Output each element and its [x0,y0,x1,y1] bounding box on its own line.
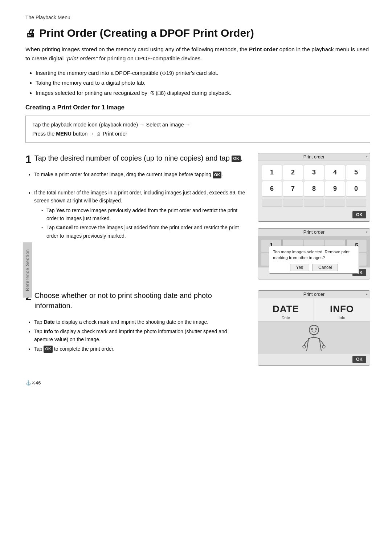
screen-dialog-title-text: Print order [303,230,324,235]
svg-point-1 [311,329,313,330]
num-2[interactable]: 2 [283,165,303,180]
corner-icon-1: ▪ [366,154,368,159]
footer-text: ⚓⚔46 [25,380,41,386]
title-text: Print Order (Creating a DPOF Print Order… [39,27,254,39]
step-2-bullet-1: Tap Date to display a check mark and imp… [34,318,246,326]
sub-bullet-yes: Tap Yes to remove images previously adde… [41,206,246,223]
svg-point-2 [315,329,317,330]
step-1-header: 1 Tap the desired number of copies (up t… [25,153,246,167]
person-illustration [301,323,327,352]
svg-point-0 [309,325,319,335]
date-label-small: Date [262,315,310,320]
step-1-bullet-1: To make a print order for another image,… [34,170,246,178]
screen-numpad: Print order ▪ 1 2 3 4 5 6 7 8 9 0 [258,153,370,222]
num-5[interactable]: 5 [346,165,366,180]
numpad-ok-row: OK [258,210,370,221]
step-1-left: 1 Tap the desired number of copies (up t… [25,153,246,243]
screen-numpad-title: Print order ▪ [258,153,370,161]
bullet-3: Images selected for printing are recogni… [36,88,370,98]
step-1-bullet-2: If the total number of the images in a p… [34,189,246,240]
corner-icon-3: ▪ [366,292,368,296]
empty-cell-4 [325,199,345,207]
num-0[interactable]: 0 [346,181,366,197]
date-info-image [258,322,370,354]
step-2-row: 2 Choose whether or not to print shootin… [25,290,370,366]
date-info-grid: DATE Date INFO Info [258,298,370,322]
instruction-box: Tap the playback mode icon (playback mod… [25,116,370,143]
step-2-left: 2 Choose whether or not to print shootin… [25,290,246,356]
corner-icon-2: ▪ [366,230,368,234]
numpad-empty-row [258,199,370,210]
empty-cell-5 [346,199,366,207]
step-2-right: Print order ▪ DATE Date INFO Info [258,290,370,366]
step-2-header: 2 Choose whether or not to print shootin… [25,290,246,314]
instruction-line2: Press the MENU button → 🖨 Print order [32,131,127,137]
step-2-bullet-3: Tap OK to complete the print order. [34,345,246,353]
page-footer: ⚓⚔46 [25,380,370,386]
num-9[interactable]: 9 [325,181,345,197]
date-ok-row: OK [258,354,370,365]
step-1-bullets: To make a print order for another image,… [34,170,246,178]
num-3[interactable]: 3 [304,165,324,180]
screen-date-info-title-text: Print order [303,292,324,297]
bullet-1: Inserting the memory card into a DPOF-co… [36,68,370,78]
screen-date-info-title: Print order ▪ [258,291,370,298]
info-label-big: INFO [318,303,366,315]
screen-dialog: Print order ▪ 1 5 6 0 [258,228,370,279]
ok-badge-2: OK [213,172,222,179]
screen-dialog-title: Print order ▪ [258,229,370,236]
intro-bullets: Inserting the memory card into a DPOF-co… [36,68,370,98]
step-1-number: 1 [25,153,32,165]
step-1-sub-bullets: Tap Yes to remove images previously adde… [41,206,246,240]
step-2-heading: Choose whether or not to print shooting … [34,290,246,311]
sidebar-label: Reference Section [23,242,32,298]
step-1-bullets-2: If the total number of the images in a p… [34,189,246,240]
printer-icon: 🖨 [25,27,36,39]
info-label-small: Info [318,315,366,320]
info-cell[interactable]: INFO Info [314,298,370,321]
dialog-text: Too many images selected. Remove print m… [273,249,355,261]
empty-cell-2 [283,199,303,207]
step-2-bullets: Tap Date to display a check mark and imp… [34,318,246,353]
screen-ok-button-1[interactable]: OK [352,211,366,218]
num-7[interactable]: 7 [283,181,303,197]
step-1-right: Print order ▪ 1 2 3 4 5 6 7 8 9 0 [258,153,370,279]
step-1-row: 1 Tap the desired number of copies (up t… [25,153,370,279]
screen-ok-button-3[interactable]: OK [352,356,366,363]
ok-badge-1: OK [232,156,241,162]
dialog-yes-button[interactable]: Yes [290,264,310,271]
num-4[interactable]: 4 [325,165,345,180]
main-title: 🖨 Print Order (Creating a DPOF Print Ord… [25,27,370,39]
page-header: The Playback Menu [25,15,370,20]
dialog-cancel-button[interactable]: Cancel [312,264,338,271]
empty-cell-3 [304,199,324,207]
dialog-overlay: Too many images selected. Remove print m… [269,246,359,273]
numpad-grid[interactable]: 1 2 3 4 5 6 7 8 9 0 [258,161,370,199]
date-label-big: DATE [262,303,310,315]
num-8[interactable]: 8 [304,181,324,197]
bullet-2: Taking the memory card to a digital phot… [36,78,370,88]
ok-badge-3: OK [44,346,53,353]
num-1[interactable]: 1 [262,165,282,180]
screen-date-info: Print order ▪ DATE Date INFO Info [258,290,370,366]
screen-numpad-title-text: Print order [303,154,324,160]
empty-cell-1 [262,199,282,207]
step-2-bullet-2: Tap Info to display a check mark and imp… [34,327,246,344]
intro-paragraph: When printing images stored on the memor… [25,45,370,63]
section-title: Creating a Print Order for 1 Image [25,104,370,111]
step-1-heading: Tap the desired number of copies (up to … [34,153,243,163]
num-6[interactable]: 6 [262,181,282,197]
instruction-line1: Tap the playback mode icon (playback mod… [32,122,191,128]
date-cell[interactable]: DATE Date [258,298,314,321]
dialog-buttons[interactable]: Yes Cancel [273,264,355,271]
sub-bullet-cancel: Tap Cancel to remove the images just add… [41,223,246,240]
